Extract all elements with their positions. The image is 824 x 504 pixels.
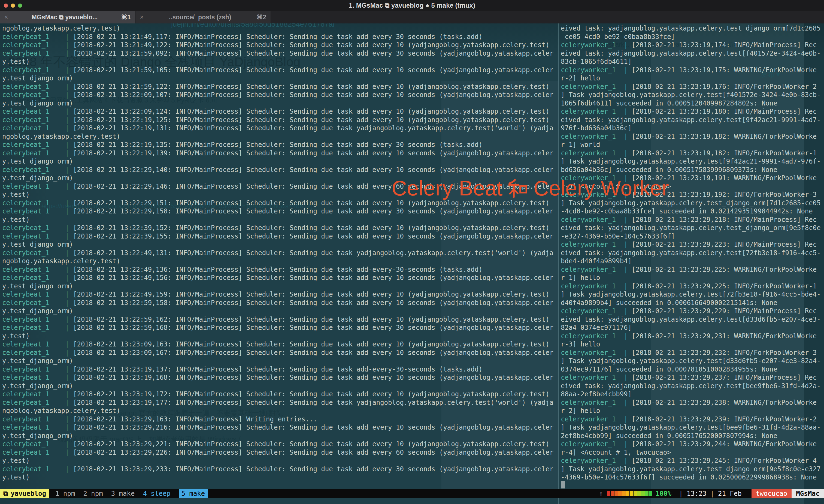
log-text: [2018-02-21 13:22:19,125: INFO/MainProce… <box>73 116 549 124</box>
log-text: [2018-02-21 13:22:59,168: INFO/MainProce… <box>73 324 553 331</box>
pipe-separator: | <box>65 232 73 240</box>
celeryworker-pane[interactable]: eived task: yadjangoblog.yataskapp.celer… <box>561 24 822 482</box>
meter-segment <box>626 491 629 496</box>
process-name: celeryworker_1 <box>561 374 624 382</box>
meter-segment <box>622 491 626 496</box>
separator: | <box>710 490 714 497</box>
log-text: y.test) <box>2 457 30 465</box>
log-text: [2018-02-21 13:23:19,180: INFO/MainProce… <box>632 108 817 115</box>
process-name: celeryworker_1 <box>561 282 624 291</box>
log-text: [2018-02-21 13:23:29,237: INFO/MainProce… <box>632 374 817 381</box>
log-line: celerybeat_1| [2018-02-21 13:22:49,131: … <box>2 249 558 257</box>
log-text: ngoblog.yataskapp.celery.test) <box>2 257 120 265</box>
minimize-window-button[interactable] <box>11 4 15 8</box>
log-text: [2018-02-21 13:22:29,158: INFO/MainProce… <box>73 207 553 215</box>
log-text: r-2] hello <box>561 407 600 415</box>
log-line: celerybeat_1| [2018-02-21 13:22:19,131: … <box>2 124 558 132</box>
pipe-separator: | <box>624 66 632 74</box>
log-text: 0374ec971176] succeeded in 0.00078185100… <box>561 366 778 373</box>
log-text: [2018-02-21 13:21:59,122: INFO/MainProce… <box>73 83 549 91</box>
log-text: 1065f6db4611] succeeded in 0.00051204099… <box>561 99 778 107</box>
window-item-1[interactable]: 1 npm <box>55 490 75 497</box>
log-text: r-2] hello <box>561 75 600 82</box>
log-text: [2018-02-21 13:23:29,225: WARNING/ForkPo… <box>632 266 817 273</box>
process-name: celerybeat_1 <box>2 249 65 257</box>
pipe-separator: | <box>624 241 632 248</box>
close-icon[interactable]: × <box>140 13 143 21</box>
log-text: [2018-02-21 13:21:59,105: INFO/MainProce… <box>73 66 553 74</box>
log-line: d40f4a9899b4] succeeded in 0.00061664900… <box>561 299 822 307</box>
log-text: bd636a04b36c] succeeded in 0.00051758399… <box>561 166 778 174</box>
session-badge[interactable]: ⧉ yavueblog <box>0 489 49 498</box>
log-line: 976f-bd636a04b36c] <box>561 124 822 132</box>
log-line: ngoblog.yataskapp.celery.test) <box>2 132 558 141</box>
celerybeat-pane[interactable]: ngoblog.yataskapp.celery.test)celerybeat… <box>2 24 558 482</box>
tab-posts-zsh[interactable]: × ..source/_posts (zsh) ⌘2 <box>135 11 271 23</box>
pane-divider[interactable] <box>558 23 558 504</box>
log-text: ] Task yadjangoblog.yataskapp.celery.tes… <box>561 91 821 99</box>
meter-segment <box>611 491 614 496</box>
log-line: celerybeat_1| [2018-02-21 13:22:19,139: … <box>2 149 558 158</box>
process-name: celerybeat_1 <box>2 465 65 474</box>
traffic-lights <box>4 0 22 11</box>
meter-segment <box>618 491 622 496</box>
window-item-2[interactable]: 2 npm <box>83 490 103 497</box>
zoom-window-button[interactable] <box>18 4 22 8</box>
pipe-separator: | <box>65 415 73 423</box>
process-name: celeryworker_1 <box>561 415 624 424</box>
terminal-content: juejin.im/editor/drafts/5a8cf50d5188254e… <box>0 23 824 504</box>
process-name: celerybeat_1 <box>2 315 65 324</box>
log-line: eived task: yadjangoblog.yataskapp.celer… <box>561 382 822 390</box>
title-bar[interactable]: 1. MGsMac ⧉ yavueblog ● 5 make (tmux) <box>0 0 824 11</box>
log-line: celeryworker_1| [2018-02-21 13:23:29,225… <box>561 266 822 274</box>
process-name: celeryworker_1 <box>561 41 624 49</box>
pipe-separator: | <box>624 282 632 290</box>
log-text: r-1] world <box>561 141 600 148</box>
log-line: celerybeat_1| [2018-02-21 13:21:59,122: … <box>2 83 558 91</box>
log-text: y.test_django_orm) <box>2 432 73 440</box>
window-item-3[interactable]: 3 make <box>111 490 135 497</box>
host-badge: MGsMac <box>792 489 824 498</box>
log-text: ] Task yadjangoblog.yataskapp.celery.tes… <box>561 158 821 165</box>
log-line: y.test) <box>2 332 558 340</box>
log-line: y.test_django_orm) <box>2 157 558 166</box>
pipe-separator: | <box>65 83 73 91</box>
log-text: [2018-02-21 13:22:39,155: INFO/MainProce… <box>73 232 553 240</box>
log-line: bd636a04b36c] succeeded in 0.00051758399… <box>561 166 822 174</box>
log-line: ] Task yadjangoblog.yataskapp.celery.tes… <box>561 290 822 299</box>
process-name: celerybeat_1 <box>2 107 65 116</box>
overlay-text: Celery Beat <box>392 176 508 201</box>
log-line: eived task: yadjangoblog.yataskapp.celer… <box>561 249 822 257</box>
battery-percent: 100% <box>655 490 672 497</box>
window-item-4[interactable]: 4 sleep <box>143 490 170 497</box>
process-name: celerybeat_1 <box>2 232 65 241</box>
pipe-separator: | <box>65 440 73 448</box>
process-name: celerybeat_1 <box>2 116 65 124</box>
pipe-separator: | <box>624 457 632 465</box>
close-window-button[interactable] <box>4 4 8 8</box>
pipe-separator: | <box>65 141 73 148</box>
log-line: celerybeat_1| [2018-02-21 13:22:19,135: … <box>2 141 558 149</box>
log-line: celerybeat_1| [2018-02-21 13:22:09,124: … <box>2 107 558 116</box>
overlay-text: Celery Worker <box>527 176 669 201</box>
log-text: eived task: yadjangoblog.yataskapp.celer… <box>561 249 821 257</box>
log-text: [2018-02-21 13:21:49,122: INFO/MainProce… <box>73 41 549 49</box>
tab-yavueblog[interactable]: × MGsMac ⧉ yavueblo... ⌘1 <box>0 11 135 23</box>
log-text: bde4-d40f4a9899b4] <box>561 257 632 265</box>
window-item-5[interactable]: 5 make <box>179 489 208 498</box>
process-name: celeryworker_1 <box>561 216 624 224</box>
log-text: y.test_django_orm) <box>2 99 73 107</box>
log-line: celerybeat_1| [2018-02-21 13:23:29,233: … <box>2 465 558 474</box>
log-text: ngoblog.yataskapp.celery.test) <box>2 24 120 32</box>
log-text: y.test) <box>2 474 30 481</box>
log-line: celerybeat_1| [2018-02-21 13:21:49,122: … <box>2 41 558 49</box>
close-icon[interactable]: × <box>4 13 8 21</box>
log-line: celeryworker_1| [2018-02-21 13:23:29,232… <box>561 348 822 357</box>
log-line: r-1] hello <box>561 274 822 282</box>
process-name: celerybeat_1 <box>2 182 65 191</box>
log-text: [2018-02-21 13:22:19,135: INFO/MainProce… <box>73 141 483 148</box>
log-line: ngoblog.yataskapp.celery.test) <box>2 24 558 33</box>
log-text: [2018-02-21 13:23:29,244: WARNING/ForkPo… <box>632 440 817 448</box>
log-line: y.test) <box>2 457 558 465</box>
pipe-separator: | <box>65 249 73 257</box>
